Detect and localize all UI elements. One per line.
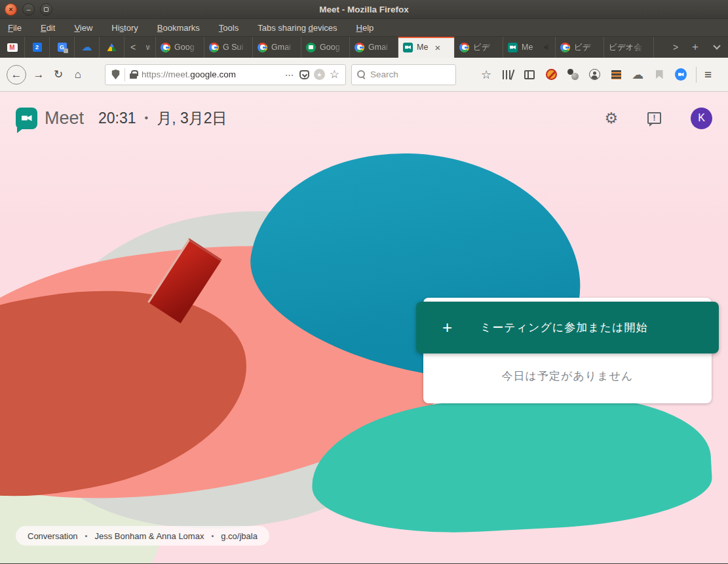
feedback-icon[interactable]: ! <box>647 112 661 124</box>
pinned-tab-translate[interactable]: G <box>50 37 75 58</box>
adblock-icon[interactable] <box>545 69 557 81</box>
gmail-icon: M <box>7 43 18 52</box>
url-text[interactable]: https://meet.google.com <box>142 70 280 79</box>
pinned-tab-onedrive[interactable]: ☁ <box>75 37 100 58</box>
url-bar[interactable]: https://meet.google.com ⋯ ★ ☆ <box>105 64 346 85</box>
lock-icon[interactable] <box>130 73 137 79</box>
join-or-start-label: ミーティングに参加または開始 <box>452 320 693 335</box>
reload-button[interactable]: ↻ <box>48 65 68 85</box>
account-icon[interactable] <box>588 69 600 81</box>
home-button[interactable]: ⌂ <box>68 65 88 85</box>
clock-time: 20:31 <box>98 110 136 127</box>
hamburger-menu-icon[interactable]: ≡ <box>704 68 712 82</box>
tab-gmail-1[interactable]: Gmai <box>253 37 301 58</box>
new-tab-button[interactable]: + <box>685 37 706 58</box>
google-favicon <box>560 43 570 52</box>
menu-help[interactable]: Help <box>356 23 374 33</box>
disabled-bookmark-flag-icon[interactable] <box>653 69 665 81</box>
titlebar: × – Meet - Mozilla Firefox <box>0 0 728 19</box>
meet-logo-icon <box>16 108 37 129</box>
window-close-button[interactable]: × <box>5 3 17 16</box>
pocket-icon[interactable] <box>299 70 309 79</box>
tab-gmail-2[interactable]: Gmai <box>350 37 398 58</box>
meeting-card: + ミーティングに参加または開始 今日は予定がありません <box>416 298 719 403</box>
meet-favicon <box>403 43 413 52</box>
settings-gear-icon[interactable]: ⚙ <box>604 111 618 126</box>
menu-file[interactable]: File <box>8 23 22 33</box>
tab-video-conf[interactable]: ビデオ会 <box>604 37 654 58</box>
attribution-link: g.co/jbala <box>221 531 258 541</box>
tab-audio-speaker-icon[interactable] <box>544 44 550 50</box>
window-controls: × – <box>5 3 52 16</box>
google-favicon <box>161 43 170 52</box>
tab-strip: M 2 G ☁ < w Goog G Sui Gmai Goog Gmai Me… <box>0 37 728 58</box>
google-favicon <box>258 43 267 52</box>
zoom-app-icon[interactable] <box>675 69 687 81</box>
page-actions-overflow-icon[interactable]: ⋯ <box>285 70 295 80</box>
toolbar-extensions: ☆ ☁ <box>480 69 687 81</box>
firefox-window: × – Meet - Mozilla Firefox File Edit Vie… <box>0 0 728 564</box>
tracking-protection-shield-icon[interactable] <box>111 70 120 79</box>
menu-bar: File Edit View History Bookmarks Tools T… <box>0 19 728 37</box>
spheres-extension-icon[interactable] <box>567 69 579 81</box>
menu-tabs-sharing-devices[interactable]: Tabs sharing devices <box>258 23 337 33</box>
menu-edit[interactable]: Edit <box>41 23 55 33</box>
window-maximize-button[interactable] <box>40 3 52 16</box>
pinned-tab-gmail[interactable]: M <box>0 37 25 58</box>
onedrive-cloud-icon: ☁ <box>82 43 92 52</box>
tab-video-2[interactable]: ビデ <box>556 37 604 58</box>
menu-history[interactable]: History <box>111 23 138 33</box>
tab-google-1[interactable]: Goog <box>156 37 204 58</box>
maximize-icon <box>44 7 48 12</box>
current-date: 月, 3月2日 <box>157 108 227 129</box>
pinned-tab-calendar[interactable]: 2 <box>25 37 50 58</box>
bookmark-star-icon[interactable]: ☆ <box>330 68 339 81</box>
menu-bookmarks[interactable]: Bookmarks <box>157 23 200 33</box>
navigation-bar: ← → ↻ ⌂ https://meet.google.com ⋯ ★ ☆ ☆ … <box>0 58 728 92</box>
attribution-artists: Jess Bonham & Anna Lomax <box>94 531 204 541</box>
bookmark-flag-star-icon[interactable]: ☆ <box>480 69 492 81</box>
tab-close-icon[interactable]: × <box>434 42 440 53</box>
translate-icon: G <box>58 43 67 52</box>
cloud-icon[interactable]: ☁ <box>632 69 643 81</box>
tab-scroll-right-button[interactable]: > <box>666 37 685 58</box>
chevron-down-icon <box>713 42 720 49</box>
back-button[interactable]: ← <box>7 65 26 85</box>
search-input[interactable] <box>370 70 442 79</box>
google-favicon <box>354 43 364 52</box>
library-icon[interactable] <box>502 69 514 81</box>
attribution-type: Conversation <box>28 531 78 541</box>
background-attribution: Conversation • Jess Bonham & Anna Lomax … <box>16 526 269 546</box>
tab-scroll-left-button[interactable]: < <box>125 37 142 58</box>
all-tabs-dropdown-button[interactable] <box>706 37 728 58</box>
calendar-icon: 2 <box>33 43 42 52</box>
search-icon <box>357 70 366 79</box>
proxy-extension-icon[interactable] <box>610 69 622 81</box>
menu-view[interactable]: View <box>74 23 92 33</box>
avatar[interactable]: K <box>691 108 712 129</box>
divider <box>696 67 697 83</box>
meet-favicon <box>508 43 518 52</box>
window-minimize-button[interactable]: – <box>22 3 35 16</box>
screenshot-star-icon[interactable]: ★ <box>314 69 325 80</box>
tab-meet-active[interactable]: Me× <box>398 37 455 58</box>
forward-button[interactable]: → <box>29 65 48 85</box>
tab-hangouts[interactable]: Goog <box>301 37 350 58</box>
plus-icon: + <box>442 317 452 338</box>
tab-video-1[interactable]: ビデ <box>455 37 503 58</box>
sidebar-icon[interactable] <box>524 69 535 81</box>
menu-tools[interactable]: Tools <box>219 23 239 33</box>
search-bar[interactable] <box>351 64 456 85</box>
meet-page: Meet 20:31 • 月, 3月2日 ⚙ ! K + ミーティングに参加また… <box>0 92 728 563</box>
drive-icon <box>107 43 117 51</box>
tab-meet-audio[interactable]: Me <box>503 37 556 58</box>
join-or-start-meeting-button[interactable]: + ミーティングに参加または開始 <box>416 302 719 353</box>
tab-gsuite[interactable]: G Sui <box>204 37 253 58</box>
meet-header: Meet 20:31 • 月, 3月2日 ⚙ ! K <box>0 92 728 144</box>
google-favicon <box>209 43 219 52</box>
meet-wordmark: Meet <box>45 108 84 129</box>
pinned-tab-drive[interactable] <box>100 37 125 58</box>
window-title: Meet - Mozilla Firefox <box>0 5 728 14</box>
separator-dot: • <box>211 532 214 540</box>
tab-partial[interactable]: w <box>142 37 156 58</box>
